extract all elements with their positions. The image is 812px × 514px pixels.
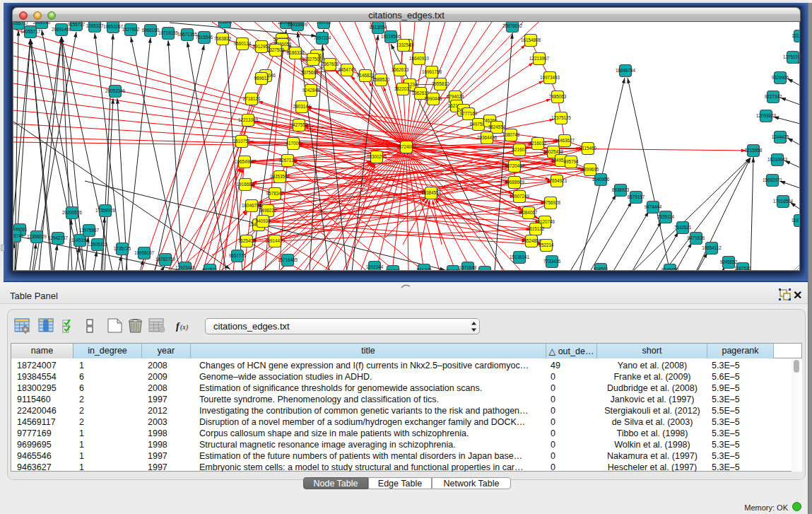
svg-text:10653267: 10653267 [103, 24, 124, 29]
svg-text:10654112: 10654112 [702, 245, 722, 250]
svg-text:9427552: 9427552 [290, 122, 308, 127]
svg-text:735722: 735722 [316, 22, 331, 25]
svg-text:9660124: 9660124 [234, 41, 252, 46]
svg-text:6794028: 6794028 [447, 94, 464, 99]
svg-text:9245652: 9245652 [661, 267, 679, 271]
svg-text:15720407: 15720407 [505, 163, 525, 168]
svg-text:133254: 133254 [396, 42, 411, 47]
svg-text:1167533: 1167533 [792, 218, 800, 223]
svg-text:924501: 924501 [593, 267, 608, 271]
svg-text:(x): (x) [180, 323, 189, 332]
svg-text:1080748: 1080748 [502, 132, 520, 137]
svg-text:8471636: 8471636 [688, 235, 705, 240]
svg-text:10973493: 10973493 [540, 75, 560, 80]
svg-text:14463627: 14463627 [555, 138, 575, 143]
svg-text:20364436: 20364436 [477, 135, 498, 140]
svg-text:9242848: 9242848 [302, 88, 320, 93]
svg-text:9327509: 9327509 [267, 47, 285, 52]
svg-text:1527602: 1527602 [122, 27, 140, 32]
svg-text:2069140: 2069140 [33, 22, 51, 25]
svg-text:12605315: 12605315 [88, 242, 108, 247]
svg-text:20200576: 20200576 [62, 210, 83, 215]
svg-text:20876612: 20876612 [502, 23, 523, 28]
svg-text:19654985: 19654985 [235, 159, 255, 164]
svg-text:9777169: 9777169 [460, 111, 478, 116]
svg-text:12213369: 12213369 [238, 117, 259, 122]
svg-text:7663822: 7663822 [214, 36, 232, 41]
svg-text:1112345: 1112345 [792, 33, 800, 38]
svg-text:12213967: 12213967 [529, 56, 550, 61]
svg-text:16961758: 16961758 [422, 69, 442, 74]
svg-text:12942737: 12942737 [48, 235, 69, 240]
svg-text:985771: 985771 [385, 269, 401, 271]
svg-text:9474444: 9474444 [645, 204, 662, 209]
svg-text:9227342: 9227342 [765, 94, 782, 99]
svg-text:16033809: 16033809 [288, 22, 308, 27]
svg-text:7485063: 7485063 [549, 94, 567, 99]
svg-text:1640956: 1640956 [592, 177, 610, 182]
svg-text:8454749: 8454749 [339, 67, 356, 72]
svg-text:1244415: 1244415 [772, 134, 789, 139]
svg-text:3824554: 3824554 [488, 124, 506, 129]
svg-text:18300295: 18300295 [367, 154, 387, 159]
svg-text:915646: 915646 [217, 22, 233, 24]
svg-text:9155717: 9155717 [68, 22, 86, 27]
svg-text:18907249: 18907249 [510, 194, 530, 199]
svg-text:19756928: 19756928 [541, 200, 561, 205]
svg-text:16154808: 16154808 [521, 37, 541, 42]
svg-text:2803144: 2803144 [293, 104, 311, 109]
svg-text:16046798: 16046798 [242, 203, 262, 208]
svg-text:9857771: 9857771 [229, 253, 247, 258]
svg-text:12923448: 12923448 [175, 265, 196, 270]
svg-text:20691406: 20691406 [52, 27, 72, 32]
svg-text:6879197: 6879197 [628, 194, 645, 199]
svg-text:12375125: 12375125 [551, 115, 572, 120]
svg-text:8186328: 8186328 [287, 50, 305, 55]
svg-text:9327508: 9327508 [305, 57, 322, 62]
svg-text:10025438: 10025438 [543, 149, 564, 154]
svg-text:17016504: 17016504 [773, 199, 794, 204]
svg-text:8990448: 8990448 [425, 96, 442, 101]
svg-text:16648784: 16648784 [616, 68, 636, 73]
svg-text:3267130: 3267130 [279, 158, 297, 163]
svg-text:7625402: 7625402 [238, 238, 256, 243]
svg-text:1362613: 1362613 [392, 67, 409, 72]
svg-text:14055717: 14055717 [13, 22, 28, 25]
svg-text:1610755: 1610755 [233, 139, 251, 144]
svg-text:9245652: 9245652 [720, 259, 738, 264]
svg-text:14353594: 14353594 [270, 174, 290, 179]
svg-text:10688609: 10688609 [505, 180, 525, 185]
svg-text:16671355: 16671355 [177, 32, 198, 37]
svg-text:11356829: 11356829 [27, 234, 47, 239]
svg-text:7357224: 7357224 [314, 35, 331, 40]
svg-text:1145194: 1145194 [71, 238, 89, 243]
svg-text:2718126: 2718126 [243, 96, 261, 101]
svg-text:8938923: 8938923 [612, 187, 630, 192]
svg-text:417006: 417006 [286, 141, 301, 146]
svg-text:16640910: 16640910 [409, 56, 430, 61]
svg-text:1916682: 1916682 [237, 182, 254, 187]
svg-text:7955812: 7955812 [432, 81, 449, 86]
svg-text:9245011: 9245011 [476, 269, 494, 271]
svg-text:12093823: 12093823 [756, 113, 777, 118]
svg-text:19218506: 19218506 [381, 34, 401, 39]
svg-text:7632621: 7632621 [674, 225, 692, 230]
svg-text:14055717: 14055717 [20, 29, 41, 34]
svg-text:7515546: 7515546 [196, 35, 213, 40]
svg-text:841205: 841205 [416, 267, 432, 271]
svg-text:10958107: 10958107 [134, 250, 155, 255]
svg-text:15138141: 15138141 [510, 255, 530, 259]
svg-text:15692971: 15692971 [763, 177, 783, 182]
svg-text:1571648: 1571648 [459, 265, 477, 270]
svg-text:3375685: 3375685 [301, 70, 319, 75]
svg-text:6966160: 6966160 [142, 28, 160, 33]
svg-text:13975867: 13975867 [79, 228, 100, 233]
svg-text:15716485: 15716485 [278, 257, 298, 262]
svg-text:16782759: 16782759 [155, 257, 176, 262]
svg-text:9084067: 9084067 [520, 210, 538, 215]
svg-text:7733426: 7733426 [543, 259, 561, 264]
svg-text:6216012: 6216012 [529, 141, 547, 146]
svg-text:17359928: 17359928 [95, 208, 116, 213]
svg-text:2367608: 2367608 [322, 62, 339, 66]
svg-text:940934: 940934 [255, 218, 271, 223]
